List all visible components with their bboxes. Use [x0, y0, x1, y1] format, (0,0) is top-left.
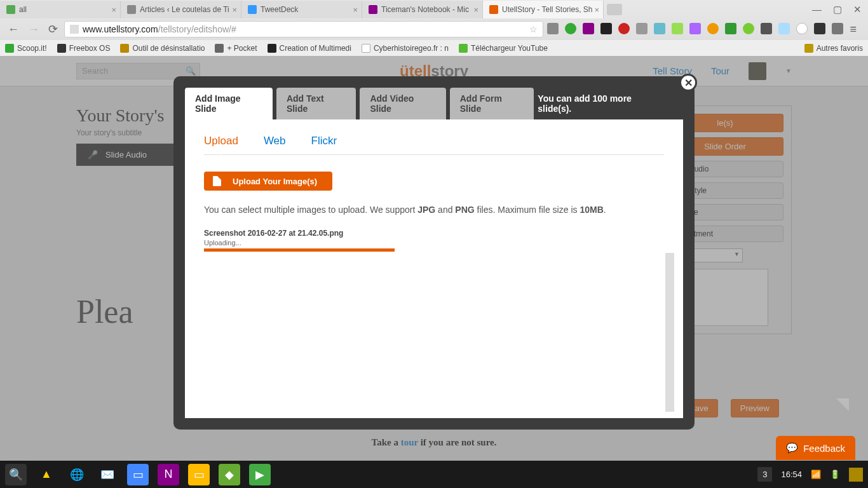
scrollbar-thumb[interactable]: [665, 253, 674, 412]
slides-remaining-label: You can add 100 more slide(s).: [538, 93, 683, 114]
modal-tabs: Add Image Slide Add Text Slide Add Video…: [185, 88, 683, 119]
extension-icons: ≡: [547, 23, 863, 36]
drive-icon[interactable]: ▲: [36, 464, 57, 485]
tabs-row: all× Articles ‹ Le coutelas de Ti× Tweet…: [0, 0, 868, 19]
close-modal-button[interactable]: ✕: [679, 74, 697, 92]
subtab-upload[interactable]: Upload: [204, 135, 238, 155]
ext-icon[interactable]: [761, 23, 772, 34]
minimize-button[interactable]: —: [812, 4, 822, 15]
tab-utellstory[interactable]: UtellStory - Tell Stories, Sh×: [483, 1, 604, 18]
upload-help-text: You can select multiple images to upload…: [204, 205, 664, 215]
star-icon[interactable]: ☆: [529, 24, 538, 34]
clock: 16:54: [781, 470, 802, 479]
file-icon: [213, 176, 221, 186]
bookmark-item[interactable]: Cyberhistoiregeo.fr : n: [362, 44, 449, 53]
close-icon[interactable]: ×: [473, 5, 478, 15]
close-icon[interactable]: ×: [111, 5, 116, 15]
bookmark-item[interactable]: Creation of Multimedi: [268, 44, 351, 53]
ext-icon[interactable]: [707, 23, 719, 34]
bookmark-item[interactable]: Scoop.it!: [5, 44, 47, 53]
ext-icon[interactable]: [725, 23, 736, 34]
ext-icon[interactable]: [547, 23, 559, 34]
tab-all[interactable]: all×: [0, 1, 121, 18]
battery-icon[interactable]: 🔋: [830, 470, 840, 479]
ext-icon[interactable]: [618, 23, 630, 34]
docs-icon[interactable]: ▭: [127, 464, 149, 485]
new-tab-button[interactable]: [607, 4, 622, 15]
browser-chrome: all× Articles ‹ Le coutelas de Ti× Tweet…: [0, 0, 868, 57]
bookmark-item[interactable]: Freebox OS: [57, 44, 111, 53]
tab-onenote[interactable]: Ticeman's Notebook - Mic×: [362, 1, 483, 18]
reload-button[interactable]: ⟳: [46, 22, 60, 36]
page-icon: [70, 25, 79, 34]
ext-icon[interactable]: [743, 23, 754, 34]
url-host: www.utellstory.com: [83, 24, 158, 34]
uploading-status: Uploading...: [204, 239, 664, 247]
subtab-web[interactable]: Web: [264, 135, 286, 155]
user-avatar-tray[interactable]: [849, 468, 863, 482]
url-bar[interactable]: www.utellstory.com/tellstory/editshow/# …: [64, 21, 543, 37]
forward-button[interactable]: →: [25, 23, 42, 36]
url-path: /tellstory/editshow/#: [158, 24, 236, 34]
menu-icon[interactable]: ≡: [850, 23, 857, 36]
close-icon[interactable]: ×: [594, 5, 599, 15]
subtab-flickr[interactable]: Flickr: [311, 135, 337, 155]
tab-add-text[interactable]: Add Text Slide: [276, 88, 356, 119]
feedly-icon[interactable]: ▶: [249, 464, 271, 485]
address-row: ← → ⟳ www.utellstory.com/tellstory/edits…: [0, 19, 868, 39]
chat-icon: 💬: [786, 442, 798, 454]
slides-icon[interactable]: ▭: [188, 464, 210, 485]
ext-icon[interactable]: [689, 23, 701, 34]
ext-icon[interactable]: [814, 23, 825, 34]
chrome-icon[interactable]: 🌐: [66, 464, 88, 485]
ext-icon[interactable]: [778, 23, 790, 34]
ext-icon[interactable]: [565, 23, 576, 34]
tab-add-image[interactable]: Add Image Slide: [185, 88, 273, 119]
bookmarks-bar: Scoop.it! Freebox OS Outil de désinstall…: [0, 39, 868, 56]
search-app-icon[interactable]: 🔍: [5, 464, 27, 485]
upload-progress-bar: [204, 248, 395, 252]
bookmark-item[interactable]: + Pocket: [215, 44, 257, 53]
modal-body: Upload Web Flickr Upload Your Image(s) Y…: [185, 119, 683, 418]
maximize-button[interactable]: ▢: [833, 4, 842, 15]
other-bookmarks[interactable]: Autres favoris: [804, 44, 863, 53]
add-slide-modal: ✕ Add Image Slide Add Text Slide Add Vid…: [173, 76, 695, 430]
upload-images-button[interactable]: Upload Your Image(s): [204, 172, 332, 191]
uploading-filename: Screenshot 2016-02-27 at 21.42.05.png: [204, 229, 664, 238]
ext-icon[interactable]: [600, 23, 612, 34]
notification-badge[interactable]: 3: [757, 467, 772, 482]
tab-tweetdeck[interactable]: TweetDeck×: [241, 1, 362, 18]
tab-articles[interactable]: Articles ‹ Le coutelas de Ti×: [121, 1, 241, 18]
ext-icon[interactable]: [583, 23, 594, 34]
onenote-icon[interactable]: N: [158, 464, 179, 485]
ext-icon[interactable]: [672, 23, 683, 34]
ext-icon[interactable]: [654, 23, 665, 34]
app-icon[interactable]: ◆: [219, 464, 240, 485]
bookmark-item[interactable]: Téléchargeur YouTube: [459, 44, 548, 53]
close-icon[interactable]: ×: [353, 5, 358, 15]
tab-add-form[interactable]: Add Form Slide: [450, 88, 534, 119]
ext-icon[interactable]: [832, 23, 843, 34]
bookmark-item[interactable]: Outil de désinstallatio: [120, 44, 205, 53]
gmail-icon[interactable]: ✉️: [97, 464, 118, 485]
page-fold-icon: [836, 398, 849, 411]
feedback-button[interactable]: 💬 Feedback: [776, 436, 855, 460]
taskbar: 🔍 ▲ 🌐 ✉️ ▭ N ▭ ◆ ▶ 3 16:54 📶 🔋: [0, 461, 868, 488]
close-window-button[interactable]: ✕: [853, 4, 862, 15]
ext-icon[interactable]: [796, 23, 808, 34]
back-button[interactable]: ←: [5, 23, 22, 36]
ext-icon[interactable]: [636, 23, 648, 34]
tab-add-video[interactable]: Add Video Slide: [360, 88, 445, 119]
wifi-icon[interactable]: 📶: [811, 470, 821, 479]
close-icon[interactable]: ×: [232, 5, 237, 15]
